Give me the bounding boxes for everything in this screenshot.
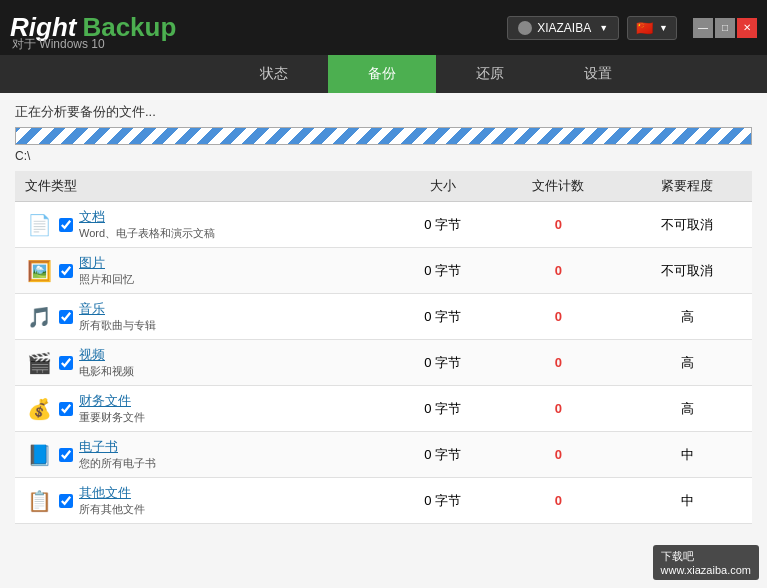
cell-size-0: 0 字节 (392, 202, 494, 248)
cell-count-2: 0 (494, 294, 623, 340)
cell-size-4: 0 字节 (392, 386, 494, 432)
cell-urgency-6: 中 (623, 478, 752, 524)
cell-size-2: 0 字节 (392, 294, 494, 340)
window-controls: — □ ✕ (693, 18, 757, 38)
titlebar: Right Backup 对于 Windows 10 XIAZAIBA ▼ 🇨🇳… (0, 0, 767, 55)
file-secondary-label-3: 电影和视频 (79, 364, 134, 379)
col-filecount: 文件计数 (494, 171, 623, 202)
table-body: 📄 文档 Word、电子表格和演示文稿 0 字节 0 不可取消 🖼️ 图片 (15, 202, 752, 524)
file-primary-label-6[interactable]: 其他文件 (79, 484, 145, 502)
tab-backup[interactable]: 备份 (328, 55, 436, 93)
file-secondary-label-0: Word、电子表格和演示文稿 (79, 226, 215, 241)
main-content: 正在分析要备份的文件... C:\ 文件类型 大小 文件计数 紧要程度 📄 文档… (0, 93, 767, 588)
file-icon-2: 🎵 (25, 303, 53, 331)
cell-name-5: 📘 电子书 您的所有电子书 (15, 432, 392, 478)
cell-count-1: 0 (494, 248, 623, 294)
file-text-4: 财务文件 重要财务文件 (79, 392, 145, 425)
file-icon-6: 📋 (25, 487, 53, 515)
cell-name-2: 🎵 音乐 所有歌曲与专辑 (15, 294, 392, 340)
file-checkbox-0[interactable] (59, 218, 73, 232)
file-text-0: 文档 Word、电子表格和演示文稿 (79, 208, 215, 241)
file-icon-1: 🖼️ (25, 257, 53, 285)
cell-count-0: 0 (494, 202, 623, 248)
table-row: 🎬 视频 电影和视频 0 字节 0 高 (15, 340, 752, 386)
file-secondary-label-2: 所有歌曲与专辑 (79, 318, 156, 333)
col-urgency: 紧要程度 (623, 171, 752, 202)
file-checkbox-4[interactable] (59, 402, 73, 416)
cell-urgency-4: 高 (623, 386, 752, 432)
language-button[interactable]: 🇨🇳 ▼ (627, 16, 677, 40)
file-secondary-label-4: 重要财务文件 (79, 410, 145, 425)
file-icon-3: 🎬 (25, 349, 53, 377)
file-secondary-label-6: 所有其他文件 (79, 502, 145, 517)
cell-name-6: 📋 其他文件 所有其他文件 (15, 478, 392, 524)
flag-icon: 🇨🇳 (636, 20, 653, 36)
cell-count-6: 0 (494, 478, 623, 524)
table-row: 🖼️ 图片 照片和回忆 0 字节 0 不可取消 (15, 248, 752, 294)
username-label: XIAZAIBA (537, 21, 591, 35)
file-text-2: 音乐 所有歌曲与专辑 (79, 300, 156, 333)
file-secondary-label-5: 您的所有电子书 (79, 456, 156, 471)
navbar: 状态 备份 还原 设置 (0, 55, 767, 93)
status-text: 正在分析要备份的文件... (15, 103, 752, 121)
file-icon-4: 💰 (25, 395, 53, 423)
tab-settings[interactable]: 设置 (544, 55, 652, 93)
file-icon-0: 📄 (25, 211, 53, 239)
file-icon-5: 📘 (25, 441, 53, 469)
cell-size-6: 0 字节 (392, 478, 494, 524)
cell-size-5: 0 字节 (392, 432, 494, 478)
lang-dropdown-icon: ▼ (659, 23, 668, 33)
cell-urgency-3: 高 (623, 340, 752, 386)
table-row: 📄 文档 Word、电子表格和演示文稿 0 字节 0 不可取消 (15, 202, 752, 248)
progress-bar (15, 127, 752, 145)
file-primary-label-3[interactable]: 视频 (79, 346, 134, 364)
file-checkbox-2[interactable] (59, 310, 73, 324)
cell-name-4: 💰 财务文件 重要财务文件 (15, 386, 392, 432)
file-checkbox-3[interactable] (59, 356, 73, 370)
file-primary-label-2[interactable]: 音乐 (79, 300, 156, 318)
user-button[interactable]: XIAZAIBA ▼ (507, 16, 619, 40)
file-text-6: 其他文件 所有其他文件 (79, 484, 145, 517)
file-checkbox-5[interactable] (59, 448, 73, 462)
tab-status[interactable]: 状态 (220, 55, 328, 93)
minimize-button[interactable]: — (693, 18, 713, 38)
titlebar-right: XIAZAIBA ▼ 🇨🇳 ▼ — □ ✕ (507, 16, 757, 40)
file-primary-label-4[interactable]: 财务文件 (79, 392, 145, 410)
cell-urgency-0: 不可取消 (623, 202, 752, 248)
close-button[interactable]: ✕ (737, 18, 757, 38)
cell-count-4: 0 (494, 386, 623, 432)
tab-restore[interactable]: 还原 (436, 55, 544, 93)
table-row: 🎵 音乐 所有歌曲与专辑 0 字节 0 高 (15, 294, 752, 340)
file-table: 文件类型 大小 文件计数 紧要程度 📄 文档 Word、电子表格和演示文稿 0 … (15, 171, 752, 524)
cell-urgency-1: 不可取消 (623, 248, 752, 294)
file-primary-label-5[interactable]: 电子书 (79, 438, 156, 456)
table-row: 📘 电子书 您的所有电子书 0 字节 0 中 (15, 432, 752, 478)
table-row: 💰 财务文件 重要财务文件 0 字节 0 高 (15, 386, 752, 432)
cell-count-5: 0 (494, 432, 623, 478)
cell-count-3: 0 (494, 340, 623, 386)
col-filetype: 文件类型 (15, 171, 392, 202)
file-checkbox-1[interactable] (59, 264, 73, 278)
file-primary-label-0[interactable]: 文档 (79, 208, 215, 226)
cell-name-3: 🎬 视频 电影和视频 (15, 340, 392, 386)
file-text-1: 图片 照片和回忆 (79, 254, 134, 287)
file-checkbox-6[interactable] (59, 494, 73, 508)
user-avatar-icon (518, 21, 532, 35)
cell-name-1: 🖼️ 图片 照片和回忆 (15, 248, 392, 294)
table-row: 📋 其他文件 所有其他文件 0 字节 0 中 (15, 478, 752, 524)
cell-size-1: 0 字节 (392, 248, 494, 294)
maximize-button[interactable]: □ (715, 18, 735, 38)
cell-name-0: 📄 文档 Word、电子表格和演示文稿 (15, 202, 392, 248)
path-label: C:\ (15, 149, 752, 163)
app-subtitle: 对于 Windows 10 (12, 36, 105, 53)
cell-urgency-2: 高 (623, 294, 752, 340)
user-dropdown-icon: ▼ (599, 23, 608, 33)
file-text-5: 电子书 您的所有电子书 (79, 438, 156, 471)
file-text-3: 视频 电影和视频 (79, 346, 134, 379)
file-secondary-label-1: 照片和回忆 (79, 272, 134, 287)
cell-urgency-5: 中 (623, 432, 752, 478)
col-size: 大小 (392, 171, 494, 202)
file-primary-label-1[interactable]: 图片 (79, 254, 134, 272)
table-header: 文件类型 大小 文件计数 紧要程度 (15, 171, 752, 202)
cell-size-3: 0 字节 (392, 340, 494, 386)
